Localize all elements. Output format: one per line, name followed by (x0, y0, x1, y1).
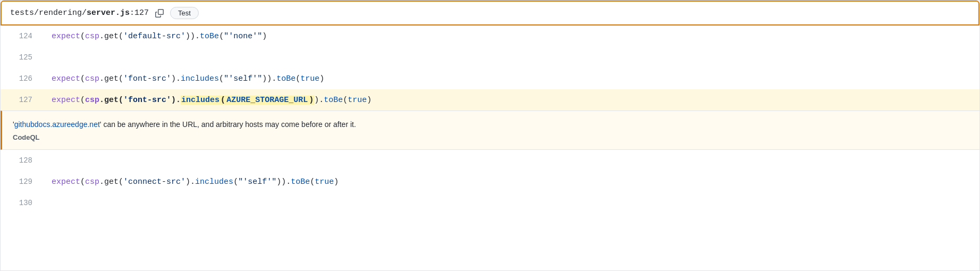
file-path: tests/rendering/server.js:127 (10, 9, 149, 18)
line-content-127: expect(csp.get('font-src').includes(AZUR… (43, 96, 380, 105)
code-token: toBe (291, 177, 310, 187)
code-token: true (315, 177, 334, 187)
code-token: ) (367, 96, 371, 105)
line-number-128: 128 (1, 156, 43, 165)
code-token: 'default-src' (123, 32, 185, 41)
code-token: csp (85, 96, 99, 105)
file-name: server.js (87, 9, 130, 18)
code-token: ( (310, 177, 315, 187)
code-token: ( (219, 74, 224, 83)
code-token: )). (276, 177, 291, 187)
code-token: ). (185, 177, 195, 187)
code-line-125: 125 (1, 47, 979, 68)
line-number-127: 127 (1, 96, 43, 104)
code-token: true (300, 74, 319, 83)
code-token: ) (319, 74, 324, 83)
code-token: csp (85, 74, 99, 83)
code-token: ( (80, 32, 85, 41)
code-token: ).includes(AZURE_STORAGE_URL) (171, 96, 314, 105)
code-token: 'connect-src' (123, 177, 185, 187)
code-token: toBe (276, 74, 295, 83)
code-token: toBe (324, 96, 343, 105)
code-line-127: 127 expect(csp.get('font-src').includes(… (1, 89, 979, 111)
line-number-129: 129 (1, 177, 43, 186)
line-content-129: expect(csp.get('connect-src').includes("… (43, 177, 347, 187)
code-token: ( (80, 96, 85, 105)
code-token: "'none'" (224, 32, 262, 41)
code-token: .get( (99, 32, 123, 41)
line-content-124: expect(csp.get('default-src')).toBe("'no… (43, 32, 275, 41)
code-token: "'self'" (238, 177, 276, 187)
file-directory: tests/rendering/ (10, 9, 87, 18)
code-token: 'font-src' (123, 96, 171, 105)
code-area: 124 expect(csp.get('default-src')).toBe(… (1, 26, 979, 270)
code-token: csp (85, 32, 99, 41)
alert-badge: CodeQL (13, 133, 40, 141)
code-line-129: 129 expect(csp.get('connect-src').includ… (1, 171, 979, 192)
code-token: )). (262, 74, 276, 83)
line-number-126: 126 (1, 74, 43, 83)
code-token: expect (52, 96, 80, 105)
code-token: includes (195, 177, 233, 187)
code-token: ( (80, 74, 85, 83)
code-token: ( (295, 74, 300, 83)
code-token: ) (262, 32, 267, 41)
file-line: :127 (130, 9, 149, 18)
code-token: ( (80, 177, 85, 187)
code-token: expect (52, 177, 80, 187)
alert-block: 'githubdocs.azureedge.net' can be anywhe… (1, 111, 979, 150)
copy-icon[interactable] (154, 8, 165, 19)
code-line-126: 126 expect(csp.get('font-src').includes(… (1, 68, 979, 89)
code-line-124: 124 expect(csp.get('default-src')).toBe(… (1, 26, 979, 47)
code-line-130: 130 (1, 192, 979, 214)
code-token: toBe (200, 32, 219, 41)
file-header: tests/rendering/server.js:127 Test (1, 1, 979, 26)
code-line-128: 128 (1, 150, 979, 171)
code-token: expect (52, 32, 80, 41)
code-token: .get( (99, 177, 123, 187)
main-container: tests/rendering/server.js:127 Test 124 e… (0, 0, 980, 271)
code-token: csp (85, 177, 99, 187)
test-button[interactable]: Test (170, 7, 199, 19)
code-token: ( (219, 32, 224, 41)
code-token: "'self'" (224, 74, 262, 83)
code-token: 'font-src' (123, 74, 171, 83)
line-number-125: 125 (1, 53, 43, 62)
alert-text: 'githubdocs.azureedge.net' can be anywhe… (13, 118, 969, 130)
code-token: true (348, 96, 367, 105)
code-token: ) (334, 177, 339, 187)
code-token: ( (233, 177, 238, 187)
code-token: expect (52, 74, 80, 83)
code-token: )). (185, 32, 200, 41)
line-number-124: 124 (1, 32, 43, 40)
alert-link: githubdocs.azureedge.net (14, 120, 100, 129)
code-token: .get( (99, 96, 123, 105)
code-token: .get( (99, 74, 123, 83)
code-token: ). (314, 96, 324, 105)
code-token: ( (343, 96, 348, 105)
code-token: ). (171, 74, 181, 83)
line-content-126: expect(csp.get('font-src').includes("'se… (43, 74, 333, 83)
code-token: includes (181, 74, 219, 83)
line-number-130: 130 (1, 199, 43, 207)
